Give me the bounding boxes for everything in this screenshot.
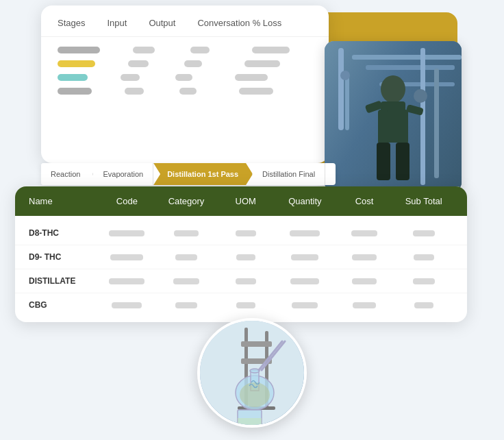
row-qty-3 <box>275 278 335 284</box>
row-bar-dark <box>58 88 92 95</box>
row-cost-2 <box>335 254 394 260</box>
main-data-card: Name Code Category UOM Quantity Cost Sub… <box>15 186 467 322</box>
row-bar-4d <box>239 88 273 95</box>
step-distillation-final[interactable]: Distillation Final <box>253 163 325 185</box>
row-bar-3b <box>184 60 202 67</box>
main-table-header: Name Code Category UOM Quantity Cost Sub… <box>15 186 467 216</box>
row-name-distillate: DISTILLATE <box>29 276 97 286</box>
col-header-cost: Cost <box>335 196 394 206</box>
row-uom-4 <box>216 302 275 308</box>
svg-point-26 <box>240 382 270 407</box>
worker-photo <box>325 41 462 192</box>
svg-point-9 <box>381 75 405 103</box>
header-output: Output <box>149 18 175 28</box>
table-row <box>58 47 312 53</box>
row-name-d9thc: D9- THC <box>29 252 97 262</box>
svg-rect-13 <box>377 143 390 180</box>
row-bar-2c <box>121 74 140 81</box>
row-code-2 <box>97 254 157 260</box>
row-bar-3 <box>190 47 210 53</box>
row-cat-3 <box>157 278 216 284</box>
step-distillation-1st[interactable]: Distillation 1st Pass <box>153 163 253 185</box>
row-uom-1 <box>216 230 275 236</box>
col-header-name: Name <box>29 196 97 206</box>
table-row[interactable]: D8-THC <box>15 221 467 245</box>
row-code-3 <box>97 278 157 284</box>
row-sub-3 <box>394 278 453 284</box>
svg-rect-21 <box>241 341 272 347</box>
header-input: Input <box>107 18 127 28</box>
svg-rect-0 <box>338 48 344 130</box>
row-bar-2b <box>128 60 149 67</box>
svg-rect-5 <box>420 48 425 185</box>
col-header-uom: UOM <box>216 196 275 206</box>
lab-photo-circle <box>197 318 307 428</box>
svg-point-7 <box>414 89 427 103</box>
table-row[interactable]: CBG <box>15 293 467 317</box>
pipes-svg <box>325 41 462 192</box>
row-bar-yellow <box>58 60 95 67</box>
col-header-code: Code <box>97 196 157 206</box>
row-name-d8thc: D8-THC <box>29 228 97 238</box>
row-sub-1 <box>394 230 453 236</box>
top-card: Stages Input Output Conversation % Loss <box>41 5 329 163</box>
header-stages: Stages <box>58 18 85 28</box>
process-bar: Reaction Evaporation Distillation 1st Pa… <box>41 163 336 185</box>
svg-point-8 <box>340 71 350 80</box>
row-cost-1 <box>335 230 394 236</box>
row-sub-4 <box>394 302 453 308</box>
svg-rect-30 <box>238 418 262 425</box>
col-header-category: Category <box>157 196 216 206</box>
row-bar-4 <box>252 47 290 53</box>
svg-rect-14 <box>396 143 410 180</box>
top-card-header: Stages Input Output Conversation % Loss <box>41 5 329 37</box>
row-cost-4 <box>335 302 394 308</box>
step-reaction[interactable]: Reaction <box>41 163 93 185</box>
row-name-cbg: CBG <box>29 300 97 310</box>
row-cost-3 <box>335 278 394 284</box>
row-qty-4 <box>275 302 335 308</box>
col-header-subtotal: Sub Total <box>394 196 453 206</box>
svg-rect-2 <box>366 65 455 70</box>
top-card-rows <box>41 37 329 104</box>
row-bar-2d <box>125 88 144 95</box>
row-qty-1 <box>275 230 335 236</box>
col-header-quantity: Quantity <box>275 196 335 206</box>
row-uom-2 <box>216 254 275 260</box>
row-sub-2 <box>394 254 453 260</box>
row-cat-4 <box>157 302 216 308</box>
row-uom-3 <box>216 278 275 284</box>
table-row <box>58 88 312 95</box>
row-bar-4c <box>235 74 268 81</box>
row-qty-2 <box>275 254 335 260</box>
main-table-body: D8-THC D9- THC DISTILLATE <box>15 216 467 322</box>
table-row <box>58 74 312 81</box>
scene: Stages Input Output Conversation % Loss <box>0 0 504 440</box>
lab-equipment-svg <box>200 321 304 425</box>
lab-photo <box>200 321 304 425</box>
table-row <box>58 60 312 67</box>
svg-rect-12 <box>399 110 408 144</box>
step-evaporation[interactable]: Evaporation <box>93 163 153 185</box>
row-code-1 <box>97 230 157 236</box>
svg-rect-11 <box>378 110 388 144</box>
row-bar-teal <box>58 74 88 81</box>
table-row[interactable]: DISTILLATE <box>15 269 467 293</box>
row-code-4 <box>97 302 157 308</box>
row-bar-3d <box>179 88 197 95</box>
header-conversion: Conversation % Loss <box>197 18 281 28</box>
row-bar-4b <box>244 60 280 67</box>
table-row[interactable]: D9- THC <box>15 245 467 269</box>
row-cat-1 <box>157 230 216 236</box>
row-bar-3c <box>175 74 192 81</box>
row-bar-2 <box>133 47 155 53</box>
svg-rect-3 <box>345 75 349 130</box>
row-cat-2 <box>157 254 216 260</box>
row-bar-1 <box>58 47 100 53</box>
svg-rect-6 <box>434 69 439 178</box>
worker-photo-card <box>325 41 462 192</box>
svg-rect-1 <box>352 55 462 60</box>
